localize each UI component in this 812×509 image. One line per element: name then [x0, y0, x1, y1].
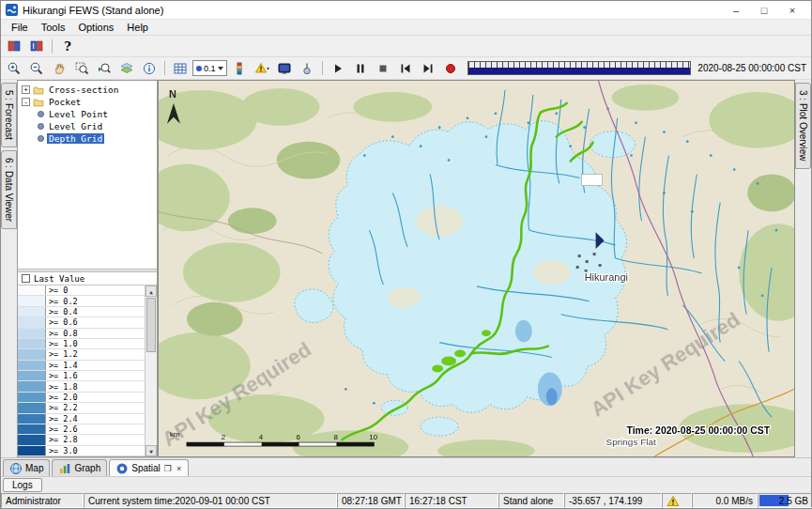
legend-label: >= 2.2	[46, 403, 81, 412]
tree-leaf-label[interactable]: Level Grid	[47, 121, 104, 131]
scale-unit-label: km	[170, 430, 180, 439]
legend-swatch	[18, 393, 46, 402]
legend-row[interactable]: >= 2.4	[18, 414, 145, 424]
animation-window-icon[interactable]	[274, 59, 295, 78]
zoom-out-icon[interactable]	[26, 59, 47, 78]
tree-node-label[interactable]: Cross-section	[47, 85, 120, 95]
logs-button[interactable]: Logs	[3, 478, 42, 492]
legend-row[interactable]: >= 0.6	[18, 317, 145, 328]
status-system-time: Current system time:2020-09-01 00:00 CST	[84, 493, 337, 508]
float-tab-icon[interactable]: ❐	[163, 464, 173, 473]
zoom-previous-icon[interactable]	[94, 59, 115, 78]
status-user: Administrator	[1, 493, 84, 508]
menu-options[interactable]: Options	[71, 21, 120, 34]
legend-row[interactable]: >= 0.2	[18, 296, 145, 306]
help-button[interactable]: ?	[57, 37, 78, 55]
menu-tools[interactable]: Tools	[35, 21, 72, 34]
menu-help[interactable]: Help	[120, 21, 155, 34]
stop-button[interactable]	[373, 59, 393, 78]
close-tab-icon[interactable]: ×	[176, 464, 182, 473]
tree-node-pocket[interactable]: - Pocket	[20, 96, 155, 108]
database-icon[interactable]	[4, 37, 24, 55]
menu-file[interactable]: File	[5, 21, 35, 34]
legend-row[interactable]: >= 2.0	[18, 393, 145, 403]
legend-row[interactable]: >= 2.2	[18, 403, 145, 413]
scroll-up-icon[interactable]: ▲	[146, 285, 157, 297]
layers-icon[interactable]	[116, 59, 137, 78]
tab-data-viewer[interactable]: 6 : Data Viewer	[1, 150, 17, 229]
map-panel: API Key Required API Key Required Hikura…	[158, 80, 795, 457]
tab-spatial[interactable]: Spatial ❐ ×	[109, 459, 189, 476]
tree-leaf-level-grid[interactable]: Level Grid	[20, 120, 155, 132]
status-warning[interactable]	[662, 493, 692, 508]
legend-row[interactable]: >= 2.6	[18, 424, 145, 435]
warning-dropdown-icon[interactable]	[252, 59, 272, 78]
scale-tick: 10	[369, 433, 377, 441]
legend-row[interactable]: >= 1.0	[18, 339, 145, 349]
color-scale-icon[interactable]	[229, 59, 250, 78]
time-slider[interactable]	[467, 61, 692, 75]
legend-row[interactable]: >= 0	[18, 285, 145, 296]
collapse-icon[interactable]: -	[22, 98, 30, 106]
tree-node-label[interactable]: Pocket	[47, 97, 83, 107]
legend-label: >= 0.2	[46, 296, 81, 305]
legend-row[interactable]: >= 0.8	[18, 329, 145, 339]
scale-tick: 2	[222, 433, 226, 441]
map-canvas[interactable]: API Key Required API Key Required Hikura…	[159, 81, 794, 456]
tree-leaf-label-selected[interactable]: Depth Grid	[47, 133, 104, 144]
chart-icon	[58, 462, 71, 475]
record-button[interactable]	[440, 59, 461, 78]
pan-hand-icon[interactable]	[49, 59, 69, 78]
tree-leaf-depth-grid[interactable]: Depth Grid	[20, 132, 155, 145]
window-title: Hikurangi FEWS (Stand alone)	[23, 5, 163, 16]
threshold-dot-icon	[196, 66, 202, 71]
tree-node-cross-section[interactable]: + Cross-section	[20, 84, 155, 96]
legend-row[interactable]: >= 1.6	[18, 371, 145, 381]
legend-row[interactable]: >= 1.8	[18, 381, 145, 392]
step-forward-button[interactable]	[418, 59, 438, 78]
maximize-button[interactable]: □	[750, 2, 778, 19]
close-button[interactable]: ×	[778, 2, 806, 19]
titlebar[interactable]: Hikurangi FEWS (Stand alone) – □ ×	[1, 1, 811, 20]
step-back-button[interactable]	[395, 59, 416, 78]
grid-display-icon[interactable]	[170, 59, 191, 78]
minimize-button[interactable]: –	[722, 2, 750, 19]
legend-header: Last Value	[18, 272, 157, 285]
last-value-checkbox[interactable]	[22, 274, 30, 283]
legend-label: >= 0.8	[46, 329, 81, 338]
zoom-in-icon[interactable]	[4, 59, 24, 78]
tab-map[interactable]: Map	[3, 459, 50, 476]
legend-swatch	[18, 371, 46, 380]
threshold-dropdown[interactable]: 0.1	[192, 60, 227, 76]
legend-swatch	[18, 339, 46, 348]
scroll-thumb[interactable]	[146, 298, 156, 352]
tree-leaf-label[interactable]: Level Point	[47, 109, 110, 119]
legend-list: >= 0 >= 0.2 >= 0.4 >= 0.6 >= 0.8 >= 1.0 …	[18, 285, 145, 456]
zoom-box-icon[interactable]	[71, 59, 92, 78]
legend-row[interactable]: >= 1.2	[18, 349, 145, 360]
info-icon[interactable]	[139, 59, 160, 78]
archive-icon[interactable]	[26, 37, 47, 55]
profile-tool-icon[interactable]	[297, 59, 317, 78]
tab-graph[interactable]: Graph	[52, 459, 107, 476]
play-button[interactable]	[328, 59, 348, 78]
pause-button[interactable]	[350, 59, 371, 78]
current-time-display: 2020-08-25 00:00:00 CST	[697, 63, 808, 73]
layer-dot-icon	[38, 123, 44, 130]
tab-forecast[interactable]: 5 : Forecast	[1, 83, 17, 147]
logs-row: Logs	[1, 476, 811, 493]
legend-row[interactable]: >= 1.4	[18, 361, 145, 371]
time-slider-range	[468, 68, 691, 74]
left-tab-strip: 5 : Forecast 6 : Data Viewer	[1, 80, 17, 457]
tree-leaf-level-point[interactable]: Level Point	[20, 108, 155, 120]
legend-row[interactable]: >= 2.8	[18, 435, 145, 445]
scroll-down-icon[interactable]: ▼	[146, 445, 157, 456]
legend-row[interactable]: >= 0.4	[18, 307, 145, 317]
place-label: Springs Flat	[606, 437, 656, 447]
tab-plot-overview[interactable]: 3 : Plot Overview	[795, 83, 811, 169]
scale-tick: 4	[259, 433, 264, 441]
legend-scrollbar[interactable]: ▲ ▼	[145, 285, 157, 456]
legend-row[interactable]: >= 3.0	[18, 446, 145, 456]
right-tab-strip: 3 : Plot Overview	[795, 80, 811, 457]
expand-icon[interactable]: +	[22, 85, 30, 94]
